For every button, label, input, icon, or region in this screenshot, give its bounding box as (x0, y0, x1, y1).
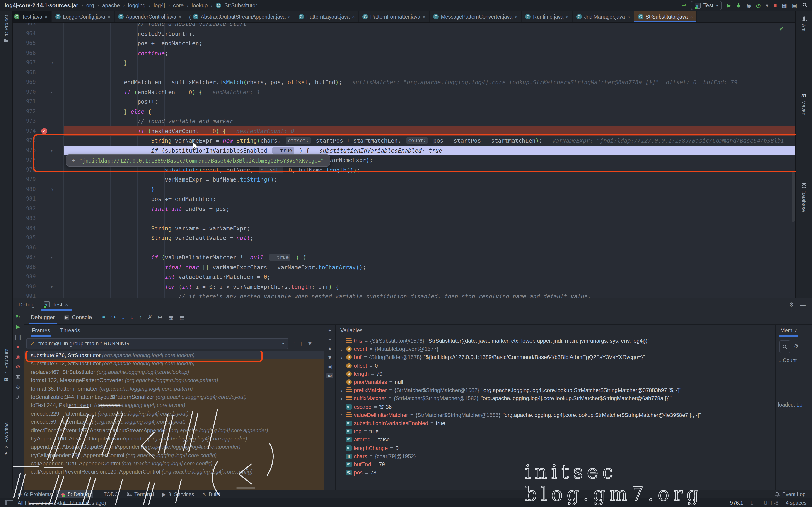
event-log-button[interactable]: Event Log (775, 491, 806, 497)
tab-threads[interactable]: Threads (59, 324, 81, 337)
resume-icon[interactable]: ▶ (16, 324, 20, 330)
close-icon[interactable]: × (107, 14, 110, 19)
load-classes-link[interactable]: Lo (797, 402, 803, 407)
hide-icon[interactable]: ▬ (800, 302, 806, 307)
pause-icon[interactable]: ❙❙ (13, 334, 22, 340)
step-out-icon[interactable]: ↑ (139, 315, 142, 320)
variable-row[interactable]: ›pbuf = {StringBuilder@1578} "${jndi:lda… (336, 353, 775, 361)
fold-marker-icon[interactable]: ⌂ (50, 58, 53, 68)
debug-icon[interactable] (736, 2, 741, 8)
tab-frames[interactable]: Frames (31, 324, 51, 337)
toolwindow-terminal[interactable]: Terminal (122, 490, 158, 498)
memory-settings-gear-icon[interactable]: ⚙ (794, 343, 799, 349)
profiler-caret-icon[interactable]: ▾ (766, 3, 768, 8)
search-everywhere-icon[interactable] (802, 2, 807, 9)
duplicate-icon[interactable]: ▣ (327, 364, 333, 370)
breadcrumb-item[interactable]: core (173, 2, 184, 9)
code-line[interactable]: 971 pos++; (12, 97, 796, 107)
close-icon[interactable]: × (288, 14, 291, 19)
tab-PatternLayout.java[interactable]: CPatternLayout.java× (295, 11, 359, 22)
stop-icon[interactable]: ■ (773, 3, 777, 8)
tab-MessagePatternConverter.java[interactable]: CMessagePatternConverter.java× (429, 11, 522, 22)
frame-up-icon[interactable]: ↑ (293, 341, 295, 346)
breadcrumb-item[interactable]: apache (102, 2, 120, 9)
layout-icon[interactable]: ≡ (102, 315, 106, 320)
tab-debugger[interactable]: Debugger (29, 311, 56, 324)
toolwindow-problems[interactable]: ⊖6: Problems (14, 490, 56, 498)
step-over-icon[interactable]: ↷ (111, 315, 116, 320)
variable-row[interactable]: ›valueDelimiterMatcher = {StrMatcher$Str… (336, 411, 775, 419)
variable-row[interactable]: ›this = {StrSubstitutor@1576} "StrSubsti… (336, 337, 775, 345)
code-line[interactable]: 967⌂ } (12, 58, 796, 68)
filter-icon[interactable]: ▼ (307, 341, 313, 346)
sidebar-item-ant[interactable]: Ant (796, 16, 812, 32)
variable-row[interactable]: ›[]chars = {char[79]@1952} (336, 452, 775, 460)
code-line[interactable]: 966 continue; (12, 48, 796, 58)
fold-marker-icon[interactable]: ▾ (50, 87, 53, 97)
frame-row[interactable]: tryCallAppender:156, AppenderControl (or… (23, 451, 324, 459)
breadcrumb-item[interactable]: log4j (154, 2, 165, 9)
variable-row[interactable]: ppriorVariables = null (336, 378, 775, 386)
toolwindow-build[interactable]: ↖Build (198, 490, 224, 498)
toolwindow-todo[interactable]: ≣TODO (93, 490, 122, 498)
code-line[interactable]: 984 String varName = varNameExpr; (12, 223, 796, 233)
code-line[interactable]: 975 String varNameExpr = new String(char… (12, 136, 796, 146)
tab-Runtime.java[interactable]: CRuntime.java× (522, 11, 573, 22)
toolwindow-debug[interactable]: 5: Debug (56, 490, 93, 498)
variable-row[interactable]: poffset = 0 (336, 361, 775, 370)
thread-dump-camera-icon[interactable] (15, 374, 20, 380)
expand-chevron-icon[interactable]: › (339, 355, 344, 360)
run-config-selector[interactable]: Test▾ (691, 1, 722, 10)
variable-row[interactable]: 01escape = '$' 36 (336, 403, 775, 411)
code-line[interactable]: 979 varNameExpr = bufName.toString(); (12, 175, 796, 184)
debug-session-tab[interactable]: Test × (41, 298, 71, 311)
frame-row[interactable]: substitute:912, StrSubstitutor (org.apac… (23, 360, 324, 368)
frame-row[interactable]: format:132, MessagePatternConverter (org… (23, 376, 324, 385)
frame-row[interactable]: append:181, AbstractOutputStreamAppender… (23, 443, 324, 451)
breadcrumb-item[interactable]: lookup (192, 2, 208, 9)
variable-row[interactable]: plength = 79 (336, 370, 775, 378)
code-line[interactable]: 974✓ if (nestedVarCount == 0) {nestedVar… (12, 126, 796, 136)
code-line[interactable]: 970▾ if (endMatchLen == 0) {endMatchLen:… (12, 87, 796, 97)
sidebar-item-project[interactable]: 1: Project (0, 15, 12, 43)
frame-row[interactable]: replace:467, StrSubstitutor (org.apache.… (23, 368, 324, 377)
toolwindow-toggle-icon[interactable] (5, 500, 13, 505)
code-editor[interactable]: 963 // found a nested variable start964 … (12, 23, 796, 298)
force-step-into-icon[interactable]: ↓ (131, 315, 133, 320)
stop-icon[interactable]: ■ (16, 344, 20, 349)
tool-windows-icon[interactable]: ▦ (782, 3, 787, 8)
close-icon[interactable]: × (65, 301, 68, 307)
tab-memory[interactable]: Mem ∨ (779, 324, 798, 337)
tab-AbstractOutputStreamAppender.java[interactable]: (CAbstractOutputStreamAppender.java× (186, 11, 295, 22)
variable-row[interactable]: 01pos = 78 (336, 468, 775, 477)
close-icon[interactable]: × (179, 14, 182, 19)
frame-row[interactable]: callAppender0:129, AppenderControl (org.… (23, 459, 324, 468)
variable-row[interactable]: ›pevent = {MutableLogEvent@1577} (336, 345, 775, 353)
file-encoding[interactable]: UTF-8 (764, 500, 778, 505)
memory-search-button[interactable] (779, 340, 790, 353)
fold-marker-icon[interactable]: ⌂ (50, 184, 53, 194)
tab-JndiManager.java[interactable]: CJndiManager.java× (573, 11, 634, 22)
variable-row[interactable]: 01lengthChange = 0 (336, 444, 775, 452)
tab-LoggerConfig.java[interactable]: CLoggerConfig.java× (52, 11, 115, 22)
pin-icon[interactable] (15, 395, 20, 401)
variable-row[interactable]: ›suffixMatcher = {StrMatcher$StringMatch… (336, 395, 775, 403)
navigate-back-icon[interactable]: ↩ (681, 3, 686, 8)
code-line[interactable]: 972 } else { (12, 107, 796, 116)
toolwindow-services[interactable]: ▶8: Services (158, 490, 198, 498)
code-line[interactable]: 991 // if there's any nested variable wh… (12, 291, 796, 298)
remove-watch-icon[interactable]: − (328, 337, 332, 342)
frame-row[interactable]: encode:59, PatternLayout (org.apache.log… (23, 418, 324, 426)
expand-chevron-icon[interactable]: › (339, 347, 344, 352)
variable-row[interactable]: 01top = true (336, 427, 775, 436)
tab-Test.java[interactable]: CTest.java× (10, 11, 52, 22)
close-icon[interactable]: × (627, 14, 630, 19)
code-line[interactable]: 980⌂ } (12, 184, 796, 194)
variable-row[interactable]: 01substitutionInVariablesEnabled = true (336, 419, 775, 427)
tab-PatternFormatter.java[interactable]: CPatternFormatter.java× (359, 11, 429, 22)
code-line[interactable]: 981 pos += endMatchLen; (12, 194, 796, 204)
breakpoint-icon[interactable]: ✓ (41, 128, 47, 134)
variable-row[interactable]: 01bufEnd = 79 (336, 460, 775, 468)
evaluate-expression-icon[interactable]: ▦ (168, 315, 174, 320)
profiler-icon[interactable]: ◷ (756, 3, 761, 8)
